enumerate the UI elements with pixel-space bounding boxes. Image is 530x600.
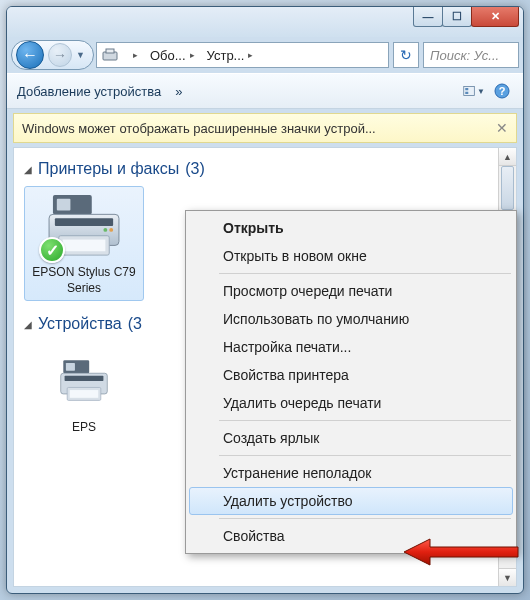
scroll-up-button[interactable]: ▲ <box>499 148 516 166</box>
breadcrumb-segment[interactable]: ▸ <box>123 43 144 67</box>
back-button[interactable]: ← <box>16 41 44 69</box>
refresh-icon: ↻ <box>400 47 412 63</box>
context-menu: Открыть Открыть в новом окне Просмотр оч… <box>185 210 517 554</box>
svg-rect-12 <box>63 240 106 252</box>
collapse-icon: ◢ <box>24 164 32 175</box>
ctx-print-settings[interactable]: Настройка печати... <box>189 333 513 361</box>
nav-buttons: ← → ▼ <box>11 40 94 70</box>
group-label: Устройства <box>38 315 122 333</box>
printer-icon: ✓ <box>43 191 125 261</box>
maximize-button[interactable]: ☐ <box>442 7 472 27</box>
ctx-separator <box>219 273 511 274</box>
device-label: EPS <box>72 420 96 436</box>
ctx-remove-device[interactable]: Удалить устройство <box>189 487 513 515</box>
address-bar[interactable]: ▸ Обо...▸ Устр...▸ <box>96 42 389 68</box>
group-count: (3) <box>185 160 205 178</box>
help-button[interactable]: ? <box>491 80 513 102</box>
svg-rect-4 <box>465 92 468 94</box>
devices-icon <box>101 46 119 64</box>
refresh-button[interactable]: ↻ <box>393 42 419 68</box>
ctx-printer-properties[interactable]: Свойства принтера <box>189 361 513 389</box>
ctx-open[interactable]: Открыть <box>189 214 513 242</box>
collapse-icon: ◢ <box>24 319 32 330</box>
svg-rect-20 <box>70 390 98 398</box>
ctx-properties[interactable]: Свойства <box>189 522 513 550</box>
group-label: Принтеры и факсы <box>38 160 179 178</box>
svg-rect-8 <box>57 199 71 211</box>
view-options-button[interactable]: ▼ <box>463 80 485 102</box>
group-header-printers[interactable]: ◢ Принтеры и факсы (3) <box>24 154 516 186</box>
device-label: EPSON Stylus C79 Series <box>29 265 139 296</box>
toolbar-overflow[interactable]: » <box>175 84 182 99</box>
svg-point-13 <box>103 228 107 232</box>
titlebar: — ☐ ✕ <box>7 7 523 37</box>
add-device-button[interactable]: Добавление устройства <box>17 84 161 99</box>
svg-rect-3 <box>465 88 468 90</box>
ctx-use-default[interactable]: Использовать по умолчанию <box>189 305 513 333</box>
command-bar: Добавление устройства » ▼ ? <box>7 73 523 109</box>
ctx-clear-queue[interactable]: Удалить очередь печати <box>189 389 513 417</box>
ctx-separator <box>219 518 511 519</box>
device-item[interactable]: EPS <box>24 341 144 441</box>
breadcrumb-segment[interactable]: Устр...▸ <box>201 43 260 67</box>
printer-icon <box>43 346 125 416</box>
close-button[interactable]: ✕ <box>471 7 519 27</box>
svg-point-14 <box>109 228 113 232</box>
ctx-separator <box>219 420 511 421</box>
breadcrumb-segment[interactable]: Обо...▸ <box>144 43 201 67</box>
scroll-down-button[interactable]: ▼ <box>499 568 516 586</box>
info-bar: Windows может отображать расширенные зна… <box>13 113 517 143</box>
ctx-separator <box>219 455 511 456</box>
ctx-open-new-window[interactable]: Открыть в новом окне <box>189 242 513 270</box>
svg-rect-16 <box>66 363 75 371</box>
nav-history-dropdown[interactable]: ▼ <box>72 50 89 60</box>
minimize-button[interactable]: — <box>413 7 443 27</box>
svg-text:?: ? <box>499 85 506 97</box>
default-check-icon: ✓ <box>39 237 65 263</box>
info-bar-close[interactable]: ✕ <box>496 120 508 136</box>
group-count: (3 <box>128 315 142 333</box>
svg-rect-10 <box>55 218 113 226</box>
info-bar-text: Windows может отображать расширенные зна… <box>22 121 376 136</box>
arrow-right-icon: → <box>53 47 67 63</box>
svg-rect-18 <box>65 376 104 381</box>
device-item-printer[interactable]: ✓ EPSON Stylus C79 Series <box>24 186 144 301</box>
arrow-left-icon: ← <box>22 46 38 64</box>
svg-rect-2 <box>464 86 475 95</box>
ctx-create-shortcut[interactable]: Создать ярлык <box>189 424 513 452</box>
search-input[interactable]: Поиск: Ус... <box>423 42 519 68</box>
scroll-thumb[interactable] <box>501 166 514 210</box>
navigation-bar: ← → ▼ ▸ Обо...▸ Устр...▸ ↻ Поиск: Ус... <box>7 37 523 73</box>
forward-button[interactable]: → <box>48 43 72 67</box>
svg-rect-1 <box>106 49 114 53</box>
ctx-view-queue[interactable]: Просмотр очереди печати <box>189 277 513 305</box>
ctx-troubleshoot[interactable]: Устранение неполадок <box>189 459 513 487</box>
